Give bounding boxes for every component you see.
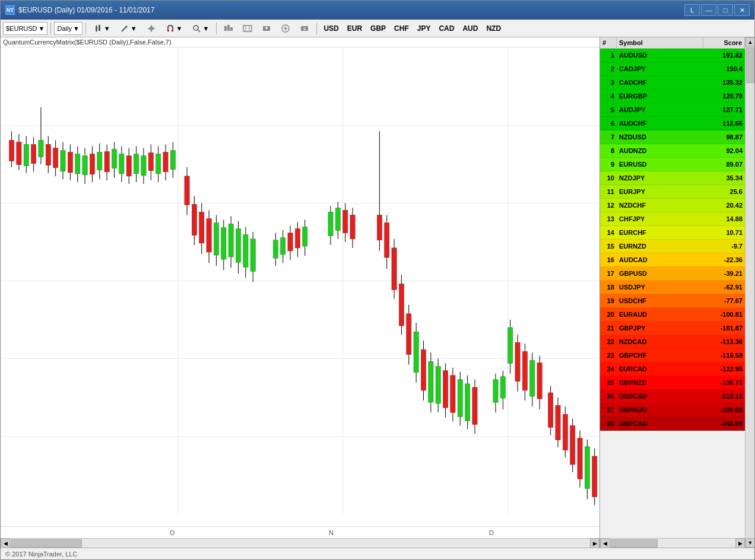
sidebar-scroll-up[interactable]: ▲ <box>746 37 754 47</box>
table-row[interactable]: 5AUDJPY127.71 <box>600 103 745 117</box>
table-row[interactable]: 18USDJPY-62.91 <box>600 281 745 294</box>
cad-button[interactable]: CAD <box>435 22 458 35</box>
table-row[interactable]: 19USDCHF-77.67 <box>600 294 745 308</box>
cell-score: -122.95 <box>703 364 745 374</box>
chart-type-arrow: ▼ <box>104 25 110 32</box>
magnet-arrow: ▼ <box>176 25 183 32</box>
table-row[interactable]: 9EURUSD89.07 <box>600 158 745 171</box>
scroll-thumb[interactable] <box>11 539 82 548</box>
close-button[interactable]: ✕ <box>734 4 750 16</box>
cell-score: -39.21 <box>703 269 745 278</box>
table-row[interactable]: 6AUDCHF112.66 <box>600 117 745 131</box>
table-row[interactable]: 15EURNZD-9.7 <box>600 240 745 253</box>
cell-rank: 3 <box>600 78 617 87</box>
cell-score: -226.68 <box>703 405 745 415</box>
nzd-button[interactable]: NZD <box>483 22 505 35</box>
sidebar-v-thumb[interactable] <box>746 47 754 83</box>
table-row[interactable]: 16AUDCAD-22.36 <box>600 253 745 267</box>
table-row[interactable]: 21GBPJPY-101.87 <box>600 322 745 335</box>
cell-symbol: GBPCAD <box>617 419 703 428</box>
cell-symbol: CADJPY <box>617 64 703 74</box>
sidebar-scroll-thumb[interactable] <box>610 539 658 548</box>
pencil-icon <box>120 24 129 33</box>
chart-scrollbar-h[interactable]: ◀ ▶ <box>1 538 599 548</box>
strategy-btn3[interactable] <box>258 22 275 35</box>
cell-rank: 22 <box>600 337 617 346</box>
sidebar-v-scroll[interactable]: ▲ ▼ <box>745 37 754 548</box>
zoom-btn[interactable]: ▼ <box>188 22 213 35</box>
l-button[interactable]: L <box>684 4 700 16</box>
table-row[interactable]: 20EURAUD-100.81 <box>600 308 745 322</box>
svg-rect-47 <box>46 144 50 165</box>
title-bar-left: NT $EURUSD (Daily) 01/09/2016 - 11/01/20… <box>5 5 154 15</box>
sidebar-scroll-right[interactable]: ▶ <box>735 539 745 548</box>
table-row[interactable]: 4EURGBP128.79 <box>600 90 745 103</box>
svg-rect-169 <box>570 426 575 465</box>
cell-symbol: USDJPY <box>617 282 703 292</box>
scroll-right-btn[interactable]: ▶ <box>590 539 599 548</box>
cell-score: -248.54 <box>703 419 745 428</box>
sidebar-scroll-left[interactable]: ◀ <box>600 539 610 548</box>
chf-button[interactable]: CHF <box>391 22 413 35</box>
table-row[interactable]: 26USDCAD-210.15 <box>600 390 745 403</box>
sidebar-h-scroll[interactable]: ◀ ▶ <box>600 538 745 548</box>
draw-btn[interactable]: ▼ <box>116 22 141 35</box>
table-row[interactable]: 7NZDUSD98.87 <box>600 131 745 144</box>
table-row[interactable]: 28GBPCAD-248.54 <box>600 417 745 431</box>
svg-rect-131 <box>414 332 418 373</box>
symbol-arrow: ▼ <box>39 25 45 32</box>
table-row[interactable]: 12NZDCHF20.42 <box>600 199 745 212</box>
svg-rect-95 <box>229 224 233 257</box>
table-row[interactable]: 22NZDCAD-113.36 <box>600 335 745 349</box>
cell-rank: 14 <box>600 228 617 237</box>
table-row[interactable]: 10NZDJPY35.34 <box>600 171 745 185</box>
toolbar: $EURUSD ▼ Daily ▼ ▼ ▼ <box>1 20 754 37</box>
table-row[interactable]: 13CHFJPY14.88 <box>600 212 745 226</box>
svg-rect-145 <box>465 384 470 421</box>
svg-rect-73 <box>141 156 146 176</box>
strategy-btn1[interactable] <box>220 22 237 35</box>
scroll-left-btn[interactable]: ◀ <box>1 539 10 548</box>
timeframe-dropdown[interactable]: Daily ▼ <box>54 22 82 35</box>
aud-button[interactable]: AUD <box>459 22 481 35</box>
separator-2 <box>85 23 86 34</box>
table-row[interactable]: 14EURCHF10.71 <box>600 226 745 240</box>
table-row[interactable]: 25GBPNZD-136.73 <box>600 376 745 390</box>
table-row[interactable]: 27GBPAUD-226.68 <box>600 403 745 417</box>
gbp-button[interactable]: GBP <box>367 22 389 35</box>
table-row[interactable]: 24EURCAD-122.95 <box>600 362 745 376</box>
table-row[interactable]: 1AUDUSD191.82 <box>600 49 745 62</box>
minimize-button[interactable]: — <box>701 4 716 16</box>
table-row[interactable]: 2CADJPY150.4 <box>600 62 745 76</box>
cell-score: 14.88 <box>703 214 745 224</box>
sidebar-v-track[interactable] <box>746 47 754 538</box>
strategy-btn4[interactable] <box>277 22 294 35</box>
table-row[interactable]: 3CADCHF135.32 <box>600 76 745 90</box>
table-row[interactable]: 11EURJPY25.6 <box>600 185 745 199</box>
strategy-btn2[interactable] <box>239 22 256 35</box>
crosshair-btn[interactable] <box>142 22 160 35</box>
maximize-button[interactable]: □ <box>718 4 733 16</box>
cell-symbol: USDCHF <box>617 296 703 306</box>
svg-rect-121 <box>377 215 382 240</box>
table-row[interactable]: 8AUDNZD92.04 <box>600 144 745 158</box>
magnet-btn[interactable]: ▼ <box>161 22 187 35</box>
jpy-button[interactable]: JPY <box>414 22 434 35</box>
strategy-btn5[interactable]: $ <box>296 22 313 35</box>
candle-icon <box>93 24 103 33</box>
cell-score: 150.4 <box>703 64 745 74</box>
scroll-track[interactable] <box>10 539 590 548</box>
usd-button[interactable]: USD <box>320 22 342 35</box>
eur-button[interactable]: EUR <box>344 22 366 35</box>
sidebar-scroll-down[interactable]: ▼ <box>746 538 754 548</box>
chart-type-btn[interactable]: ▼ <box>89 22 115 35</box>
chart-canvas[interactable] <box>1 47 599 526</box>
svg-rect-51 <box>61 151 65 171</box>
sidebar-content: # Symbol Score 1AUDUSD191.822CADJPY150.4… <box>600 37 745 548</box>
symbol-dropdown[interactable]: $EURUSD ▼ <box>3 22 47 35</box>
table-row[interactable]: 23GBPCHF-116.58 <box>600 349 745 362</box>
table-row[interactable]: 17GBPUSD-39.21 <box>600 267 745 281</box>
svg-rect-129 <box>407 314 411 355</box>
svg-rect-91 <box>214 223 218 255</box>
sidebar-scroll-track[interactable] <box>610 539 735 548</box>
